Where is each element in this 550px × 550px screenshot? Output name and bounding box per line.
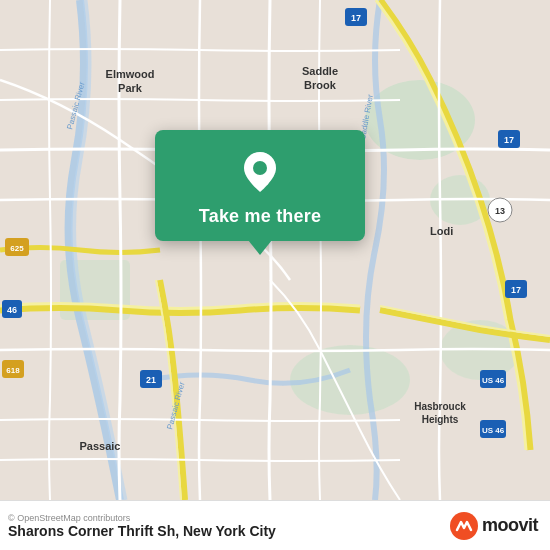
svg-text:Lodi: Lodi xyxy=(430,225,453,237)
svg-text:Passaic: Passaic xyxy=(80,440,121,452)
svg-text:618: 618 xyxy=(6,366,20,375)
svg-text:Hasbrouck: Hasbrouck xyxy=(414,401,466,412)
svg-text:Heights: Heights xyxy=(422,414,459,425)
bottom-bar: © OpenStreetMap contributors Sharons Cor… xyxy=(0,500,550,550)
location-name: Sharons Corner Thrift Sh, New York City xyxy=(8,523,276,539)
moovit-logo: moovit xyxy=(450,512,538,540)
svg-text:Saddle: Saddle xyxy=(302,65,338,77)
moovit-brand-icon xyxy=(450,512,478,540)
svg-text:17: 17 xyxy=(511,285,521,295)
svg-point-38 xyxy=(253,161,267,175)
map-container: 17 17 17 13 625 46 618 21 US 46 US 46 El… xyxy=(0,0,550,500)
svg-text:US 46: US 46 xyxy=(482,426,505,435)
svg-text:Brook: Brook xyxy=(304,79,337,91)
svg-text:17: 17 xyxy=(351,13,361,23)
svg-text:625: 625 xyxy=(10,244,24,253)
take-me-there-button[interactable]: Take me there xyxy=(199,206,321,227)
svg-text:13: 13 xyxy=(495,206,505,216)
bottom-bar-info: © OpenStreetMap contributors Sharons Cor… xyxy=(8,513,276,539)
location-card[interactable]: Take me there xyxy=(155,130,365,241)
svg-text:17: 17 xyxy=(504,135,514,145)
map-svg: 17 17 17 13 625 46 618 21 US 46 US 46 El… xyxy=(0,0,550,500)
moovit-label: moovit xyxy=(482,515,538,536)
svg-text:Park: Park xyxy=(118,82,143,94)
map-attribution: © OpenStreetMap contributors xyxy=(8,513,276,523)
location-pin-icon xyxy=(236,148,284,196)
svg-text:Elmwood: Elmwood xyxy=(106,68,155,80)
svg-text:46: 46 xyxy=(7,305,17,315)
svg-text:21: 21 xyxy=(146,375,156,385)
svg-text:US 46: US 46 xyxy=(482,376,505,385)
